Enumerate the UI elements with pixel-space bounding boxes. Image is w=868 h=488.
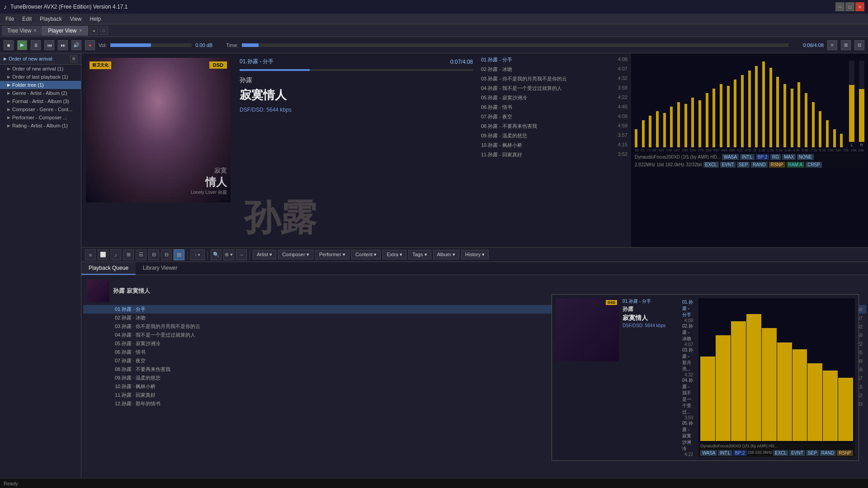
next-button[interactable]: ⏭: [58, 40, 68, 50]
toolbar-arrow-btn[interactable]: →: [236, 249, 247, 260]
speaker-button[interactable]: 🔊: [71, 40, 81, 50]
spec-bar: [748, 70, 751, 147]
maximize-button[interactable]: □: [845, 2, 854, 11]
track-progress-bar[interactable]: [240, 69, 473, 71]
rand-tag: RAND: [751, 162, 767, 168]
evnt-tag: EVNT: [720, 162, 736, 168]
freq-336: 336: [705, 148, 711, 152]
mini-album-art: DSD: [556, 298, 619, 361]
tab-player-view[interactable]: Player View ✕: [42, 26, 88, 36]
view-toggle-3[interactable]: ⊟: [854, 40, 864, 50]
menu-edit[interactable]: Edit: [19, 15, 35, 23]
track-list-panel: 01.孙露 - 分手 4:08 02.孙露 - 冰吻 4:07 03.孙露 - …: [477, 53, 631, 247]
tags-dropdown[interactable]: Tags ▾: [408, 250, 431, 259]
none-tag: NONE: [797, 154, 814, 160]
mini-track-5[interactable]: 05.孙露 - 寂寞沙洲冷 4:22: [680, 416, 695, 453]
sidebar-item-label-order-last: Order of last playback (1): [12, 74, 68, 80]
mini-int-l: INT:L: [718, 450, 732, 456]
tab-tree-close[interactable]: ✕: [33, 28, 37, 33]
tree-arrow-4: ▶: [7, 91, 10, 95]
mini-track-4[interactable]: 04.孙露 - 我不是一个受过... 3:59: [680, 373, 695, 416]
tab-expand-btn[interactable]: ◂: [90, 27, 98, 35]
stop-button[interactable]: ■: [4, 40, 14, 50]
close-button[interactable]: ✕: [855, 2, 864, 11]
toolbar-music-btn[interactable]: ♪: [110, 249, 121, 260]
sidebar-item-format-artist[interactable]: ▶ Format - Artist - Album (3): [0, 97, 81, 105]
performer-dropdown[interactable]: Performer ▾: [315, 250, 349, 259]
toolbar-list-btn[interactable]: ☰: [136, 249, 146, 260]
toolbar-cols-btn[interactable]: ⊟: [148, 249, 159, 260]
track-list-item-7[interactable]: 07.孙露 - 夜空 4:09: [477, 112, 631, 122]
sidebar-item-rating[interactable]: ▶ Rating - Artist - Album (1): [0, 122, 81, 130]
time-scrubber[interactable]: [242, 43, 788, 47]
toolbar-filter-btn[interactable]: ⊕ ▾: [223, 249, 234, 260]
freq-16k: 16k: [851, 148, 857, 152]
menu-help[interactable]: Help: [86, 15, 105, 23]
sidebar-item-performer[interactable]: ▶ Performer - Composer ...: [0, 113, 81, 122]
toolbar-tiles-btn[interactable]: ▤: [174, 249, 184, 260]
menu-file[interactable]: File: [2, 15, 18, 23]
menu-playback[interactable]: Playback: [36, 15, 66, 23]
artist-dropdown[interactable]: Artist ▾: [253, 250, 276, 259]
track-list-item-11[interactable]: 11.孙露 - 回家真好 3:52: [477, 150, 631, 160]
volume-slider[interactable]: [110, 43, 192, 47]
tab-tree-view[interactable]: Tree View ✕: [2, 26, 42, 36]
queue-album-thumb: [87, 280, 109, 302]
track-list-item-10[interactable]: 10.孙露 - 枫林小桥 4:15: [477, 141, 631, 150]
track-list-item-4[interactable]: 04.孙露 - 我不是一个受过过就算的人 3:59: [477, 84, 631, 93]
sidebar-item-genre-artist[interactable]: ▶ Genre - Artist - Album (2): [0, 89, 81, 97]
freq-8k3: 8.3k: [819, 148, 826, 152]
subtab-library-viewer[interactable]: Library Viewer: [136, 262, 184, 275]
track-list-item-11-label: 11.孙露 - 回家真好: [481, 151, 522, 158]
sidebar-item-order-new[interactable]: ▶ Order of new arrival (1): [0, 65, 81, 73]
history-dropdown[interactable]: History ▾: [461, 250, 489, 259]
mini-info: 01.孙露 - 分手 孙露 寂寞情人 DSF/DSD: 5644 kbps: [623, 298, 677, 457]
spectrum-labels: 50 61 73 89 107 130 157 190 230 276 336 …: [633, 147, 866, 153]
pause-button[interactable]: ⏸: [31, 40, 41, 50]
track-list-item-5[interactable]: 05.孙露 - 寂寞沙洲冷 4:22: [477, 93, 631, 103]
extra-dropdown[interactable]: Extra ▾: [382, 250, 406, 259]
content-dropdown[interactable]: Content ▾: [351, 250, 381, 259]
crsp-tag: CRSP: [806, 162, 822, 168]
toolbar-collapse-btn[interactable]: ≡: [85, 249, 96, 260]
menu-view[interactable]: View: [66, 15, 85, 23]
composer-dropdown[interactable]: Composer ▾: [278, 250, 313, 259]
album-dropdown[interactable]: Album ▾: [433, 250, 459, 259]
sidebar-item-composer-genre[interactable]: ▶ Composer - Genre - Cont...: [0, 105, 81, 113]
toolbar-rows-btn[interactable]: ⊟: [161, 249, 172, 260]
track-list-item-2-dur: 4:07: [612, 66, 627, 73]
minimize-button[interactable]: ─: [835, 2, 844, 11]
view-toggle-2[interactable]: ⊞: [841, 40, 851, 50]
toolbar-sort-btn[interactable]: ↕ ▾: [190, 249, 205, 260]
toolbar-search-btn[interactable]: 🔍: [211, 249, 222, 260]
track-list-item-9-dur: 3:57: [612, 132, 627, 139]
track-list-item-8-label: 08.孙露 - 不要再来伤害我: [481, 123, 537, 130]
freq-1k2: 1.2k: [758, 148, 765, 152]
toolbar-grid-btn[interactable]: ⊞: [123, 249, 134, 260]
spec-bar: [826, 120, 829, 147]
subtab-playback-queue[interactable]: Playback Queue: [81, 262, 136, 275]
sidebar-item-folder-tree[interactable]: ▶ Folder tree (1): [0, 81, 81, 89]
sidebar-settings-btn[interactable]: ⚙: [70, 55, 77, 62]
track-list-item-3[interactable]: 03.孙露 - 你不是我的月亮我不是你的云 4:32: [477, 74, 631, 84]
view-toggle-1[interactable]: ≡: [827, 40, 837, 50]
track-list-item-2[interactable]: 02.孙露 - 冰吻 4:07: [477, 65, 631, 74]
mini-track-3[interactable]: 03.孙露 - 那月亮... 4:32: [680, 343, 695, 373]
freq-5k9: 5.9k: [802, 148, 808, 152]
record-button[interactable]: ●: [85, 40, 95, 50]
track-list-item-9[interactable]: 09.孙露 - 温柔的慈悲 3:57: [477, 131, 631, 141]
tab-player-close[interactable]: ✕: [79, 28, 82, 33]
mini-rsnp: RSNP: [837, 450, 853, 456]
queue-album-name: 孙露 寂寞情人: [113, 287, 150, 295]
toolbar-expand-btn[interactable]: ⬜: [98, 249, 108, 260]
play-button[interactable]: ▶: [17, 40, 27, 50]
tab-restore-btn[interactable]: □: [100, 27, 108, 35]
titlebar-controls: ─ □ ✕: [835, 2, 864, 11]
prev-button[interactable]: ⏮: [44, 40, 54, 50]
track-list-item-8[interactable]: 08.孙露 - 不要再来伤害我 4:59: [477, 122, 631, 131]
track-list-item-6[interactable]: 06.孙露 - 情书 4:45: [477, 103, 631, 112]
track-list-item-1[interactable]: 01.孙露 - 分手 4:08: [477, 55, 631, 65]
sidebar-item-order-last[interactable]: ▶ Order of last playback (1): [0, 73, 81, 81]
mini-track-1[interactable]: 01.孙露 - 分手 4:08: [680, 298, 695, 319]
dac-status-bar: DynaudioFocus200XD (1f1 (by AMR) HD... W…: [633, 153, 866, 161]
